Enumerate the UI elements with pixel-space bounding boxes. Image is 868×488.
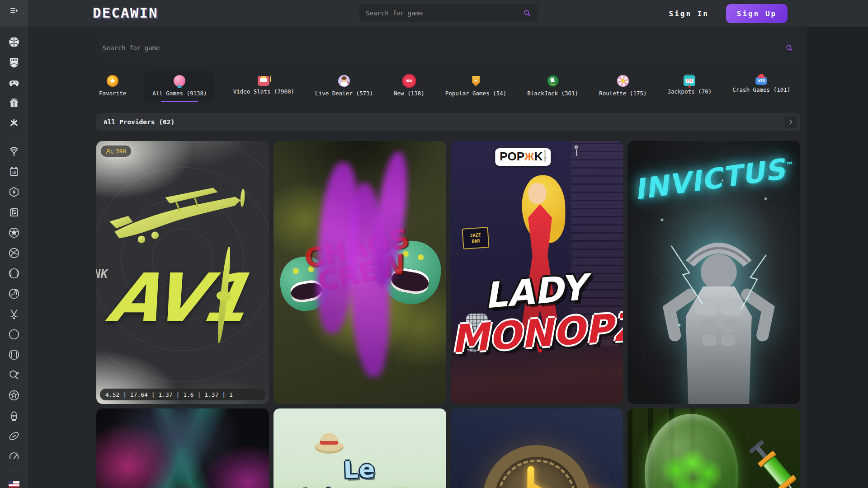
- game-search-placeholder: Search for game: [103, 44, 785, 52]
- auth-area: Sign In Sign Up: [669, 0, 788, 27]
- recent-multipliers-bar: 4.52 | 17.64 | 1.37 | 1.6 | 1.37 | 1: [100, 389, 265, 400]
- basketball-outline-icon[interactable]: [8, 247, 20, 259]
- gift-promotions-icon[interactable]: [8, 97, 20, 109]
- recent-multipliers: 4.52 | 17.64 | 1.37 | 1.6 | 1.37 | 1: [105, 391, 233, 398]
- lady-art: [522, 175, 566, 243]
- table-tennis-icon[interactable]: [8, 369, 20, 381]
- lady-art: [535, 341, 542, 352]
- quick-games-bolt-icon[interactable]: [8, 186, 20, 198]
- baseball-icon[interactable]: [8, 349, 20, 361]
- futsal-honeycomb-icon[interactable]: [8, 389, 20, 401]
- calendar-icon[interactable]: 10: [8, 166, 20, 178]
- background-logo-fragment: NK: [96, 267, 108, 281]
- game-tile-avi[interactable]: NK AV1 398 4.52 | 17.64 | 1.37 | 1.6 | 1…: [96, 141, 269, 404]
- category-tab-roulette[interactable]: Roulette (175): [596, 71, 649, 103]
- category-tab-video-slots[interactable]: Video Slots (7900): [231, 71, 297, 103]
- motorsport-speedometer-icon[interactable]: [8, 450, 20, 462]
- game-tile-lady-monopz[interactable]: JAZZ BAR POPЖK GAMING LADY MONOPZ: [451, 141, 623, 404]
- soccer-icon[interactable]: [8, 227, 20, 239]
- pennant-icon: [470, 75, 482, 87]
- sidebar-divider: [8, 137, 20, 137]
- game-tile-abstract-art[interactable]: [96, 408, 269, 488]
- ice-hockey-icon[interactable]: [8, 308, 20, 320]
- clouds-art: [96, 141, 269, 404]
- tournaments-trophy-icon[interactable]: [8, 145, 20, 157]
- search-icon[interactable]: [523, 9, 532, 18]
- game-title: Le Fisherman™: [274, 453, 446, 488]
- blackjack-table-icon: [547, 75, 559, 87]
- category-tab-all-games[interactable]: All Games (9138): [144, 71, 215, 103]
- svg-text:10: 10: [12, 170, 16, 174]
- mma-glove-icon[interactable]: MMA: [8, 410, 20, 422]
- game-tile-chaos-crew[interactable]: CHAOSCREW: [274, 141, 446, 404]
- category-tab-crash-games[interactable]: WIN Crash Games (101): [730, 71, 793, 103]
- virtual-sports-jacks-icon[interactable]: [8, 117, 20, 129]
- lady-art: [513, 204, 567, 340]
- language-us-flag-icon[interactable]: [8, 479, 20, 488]
- game-grid: NK AV1 398 4.52 | 17.64 | 1.37 | 1.6 | 1…: [96, 141, 800, 488]
- microphone-art: [466, 314, 488, 352]
- players-count: 398: [116, 148, 126, 155]
- tennis-icon[interactable]: [8, 267, 20, 279]
- game-tile-thurkaz[interactable]: THURKAZ: [451, 408, 623, 488]
- provider-logo-popok: POPЖK GAMING: [495, 148, 551, 166]
- game-title-line2: MONOPZ: [451, 309, 623, 358]
- category-tab-popular-games[interactable]: Popular Games (54): [443, 71, 509, 103]
- esports-controller-icon[interactable]: [8, 77, 20, 89]
- svg-text:MMA: MMA: [12, 415, 16, 418]
- american-football-icon[interactable]: [8, 430, 20, 442]
- sign-up-button[interactable]: Sign Up: [726, 4, 788, 23]
- category-tab-favorite[interactable]: Favorite: [96, 71, 129, 103]
- monster-face-art: [276, 253, 334, 314]
- rune-stone-disc-art: [483, 445, 590, 488]
- roulette-wheel-icon: [617, 75, 629, 87]
- grunge-art: [274, 141, 446, 404]
- category-tab-live-dealer[interactable]: Live Dealer (573): [312, 71, 376, 103]
- ball-icon[interactable]: [8, 328, 20, 340]
- lady-art: [528, 183, 547, 204]
- results-betslip-icon[interactable]: [8, 206, 20, 218]
- hamburger-expand-icon: [9, 5, 19, 16]
- sidebar-toggle-button[interactable]: [0, 0, 28, 27]
- paint-splash-art: [344, 182, 393, 378]
- category-tab-blackjack[interactable]: BlackJack (361): [524, 71, 581, 103]
- sports-sidebar: LIVE 10 MMA: [0, 27, 28, 488]
- main-area: Search for game Favorite All Games (9138…: [28, 27, 807, 488]
- game-title: INVICTUS™: [630, 150, 798, 206]
- top-header: DECAWIN Search for game Sign In Sign Up: [0, 0, 868, 27]
- header-search-input[interactable]: Search for game: [359, 4, 538, 22]
- game-title-line1: LADY: [451, 267, 621, 316]
- biplane-art: [101, 180, 264, 255]
- search-icon[interactable]: [785, 43, 794, 52]
- basketball-icon[interactable]: [8, 36, 20, 48]
- slot-machine-icon: [258, 76, 269, 86]
- category-tab-jackpots[interactable]: 777 Jackpots (70): [665, 71, 715, 103]
- providers-expand-button[interactable]: [784, 116, 797, 128]
- sign-in-button[interactable]: Sign In: [669, 9, 709, 18]
- game-tile-invictus[interactable]: INVICTUS™: [627, 141, 800, 404]
- sparks-art: [627, 141, 800, 404]
- app-logo[interactable]: DECAWIN: [93, 5, 158, 21]
- game-tile-le-fisherman[interactable]: Le Fisherman™: [274, 408, 446, 488]
- category-tab-new[interactable]: NEW New (138): [391, 71, 427, 103]
- syringe-art: [753, 445, 800, 488]
- sidebar-divider: [8, 470, 20, 470]
- new-badge-icon: NEW: [403, 75, 415, 87]
- live-betting-icon[interactable]: LIVE: [8, 56, 20, 68]
- game-search-input[interactable]: Search for game: [96, 38, 800, 58]
- volleyball-icon[interactable]: [8, 288, 20, 300]
- radar-rings-art: [96, 141, 269, 404]
- category-tabs: Favorite All Games (9138) Video Slots (7…: [96, 71, 800, 103]
- game-title: AV1: [103, 265, 252, 332]
- players-badge: 398: [101, 145, 131, 157]
- active-tab-underline: [161, 101, 198, 102]
- jackpot-machine-icon: 777: [684, 76, 695, 86]
- fisherman-hat-art: [315, 440, 344, 454]
- all-providers-bar[interactable]: All Providers (62): [96, 113, 800, 131]
- chevron-right-icon: [788, 119, 794, 125]
- teal-glow-art: [645, 167, 783, 351]
- game-tile-croc-lab[interactable]: [627, 408, 800, 488]
- brick-wall-art: [571, 141, 623, 346]
- win-badge-icon: WIN: [755, 77, 767, 85]
- mic-stand-icon: [575, 145, 578, 149]
